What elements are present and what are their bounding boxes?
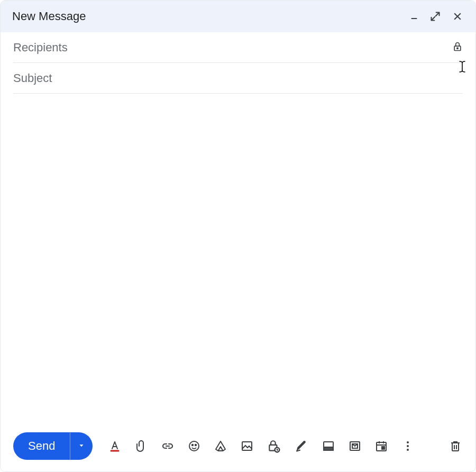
titlebar-actions [409,10,464,23]
schedule-send-button[interactable] [374,439,389,453]
recipients-row [13,32,463,63]
minimize-icon [410,12,418,21]
expand-button[interactable] [429,10,442,23]
expand-icon [430,11,441,22]
compose-footer: Send [1,425,475,471]
confidential-mode-button[interactable] [266,438,282,454]
drive-icon [214,440,227,452]
calendar-icon [375,440,388,452]
recipients-input[interactable] [13,41,447,55]
svg-rect-13 [242,442,252,450]
svg-point-6 [457,48,458,49]
more-vertical-icon [401,440,414,452]
attach-button[interactable] [134,439,149,453]
svg-point-11 [195,444,196,446]
compose-toolbar [107,438,415,454]
send-options-button[interactable] [70,432,93,460]
bottom-panel-icon [322,440,335,452]
pen-icon [295,439,308,453]
paperclip-icon [135,440,148,452]
emoji-button[interactable] [187,439,202,453]
svg-line-1 [436,13,439,16]
svg-point-9 [189,441,199,451]
discard-draft-button[interactable] [448,439,463,453]
encryption-lock-button[interactable] [447,41,463,55]
emoji-icon [188,440,200,452]
header-fields [1,32,475,94]
svg-point-29 [407,449,409,451]
svg-point-10 [192,444,193,446]
more-options-button[interactable] [400,439,415,453]
compose-titlebar: New Message [1,1,475,32]
subject-row [13,63,463,94]
lock-clock-icon [267,439,281,453]
minimize-button[interactable] [409,11,419,22]
send-split-button: Send [13,432,93,460]
formatting-button[interactable] [107,439,122,453]
trash-icon [449,440,462,452]
lock-icon [452,41,463,55]
compose-title: New Message [12,10,86,23]
text-format-icon [108,440,121,452]
mail-templates-button[interactable] [347,439,362,453]
caret-down-icon [78,442,85,451]
insert-photo-button[interactable] [240,439,254,453]
insert-signature-button[interactable] [294,438,309,454]
layout-button[interactable] [321,439,336,453]
image-icon [241,440,253,452]
svg-point-27 [407,441,409,443]
svg-rect-19 [324,447,333,450]
link-icon [161,440,174,452]
subject-input[interactable] [13,71,463,85]
insert-drive-button[interactable] [213,439,228,453]
mail-in-box-icon [349,440,361,452]
svg-rect-26 [382,447,385,449]
message-body[interactable] [1,94,475,425]
svg-point-28 [407,445,409,447]
svg-line-2 [432,17,435,20]
insert-link-button[interactable] [160,439,175,453]
close-icon [452,11,463,22]
svg-rect-30 [452,443,459,451]
send-button[interactable]: Send [13,432,70,460]
close-button[interactable] [451,10,464,23]
